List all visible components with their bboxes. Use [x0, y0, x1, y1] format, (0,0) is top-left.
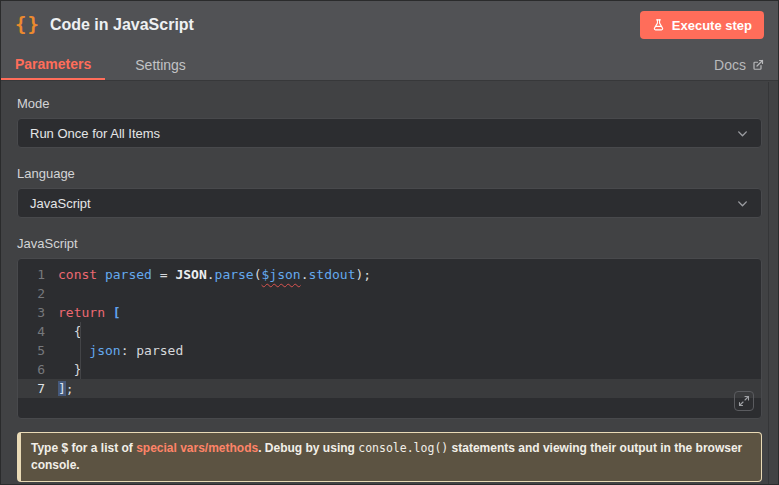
- code-line-content: }: [58, 360, 81, 379]
- parameters-pane: Mode Run Once for All Items Language Jav…: [1, 81, 778, 482]
- scrollbar-track[interactable]: [768, 82, 769, 484]
- code-line[interactable]: 7];: [18, 379, 761, 398]
- code-editor-label: JavaScript: [17, 236, 762, 251]
- indent-guide: [80, 322, 81, 341]
- line-number: 6: [18, 360, 58, 379]
- indent-guide: [80, 360, 81, 379]
- line-number: 3: [18, 303, 58, 322]
- execute-step-button[interactable]: Execute step: [640, 11, 764, 39]
- special-vars-link[interactable]: special vars/methods: [136, 441, 258, 455]
- code-field: JavaScript 1const parsed = JSON.parse($j…: [17, 236, 762, 419]
- code-node-icon: {}: [15, 13, 40, 35]
- language-selected-value: JavaScript: [30, 196, 91, 211]
- line-number: 7: [18, 379, 58, 398]
- mode-label: Mode: [17, 96, 762, 111]
- chevron-down-icon: [736, 127, 749, 140]
- chevron-down-icon: [736, 197, 749, 210]
- tab-parameters-label: Parameters: [15, 56, 91, 72]
- code-line[interactable]: 1const parsed = JSON.parse($json.stdout)…: [18, 265, 761, 284]
- code-line-content: const parsed = JSON.parse($json.stdout);: [58, 265, 371, 284]
- code-line-content: json: parsed: [58, 341, 183, 360]
- node-header: {} Code in JavaScript Execute step: [1, 1, 778, 49]
- mode-field: Mode Run Once for All Items: [17, 96, 762, 148]
- line-number: 1: [18, 265, 58, 284]
- language-field: Language JavaScript: [17, 166, 762, 218]
- tab-parameters[interactable]: Parameters: [1, 49, 105, 80]
- hint-notice: Type $ for a list of special vars/method…: [17, 432, 762, 482]
- language-label: Language: [17, 166, 762, 181]
- indent-guide: [80, 341, 81, 360]
- code-line[interactable]: 5 json: parsed: [18, 341, 761, 360]
- line-number: 2: [18, 284, 58, 303]
- code-line[interactable]: 2: [18, 284, 761, 303]
- hint-text-prefix: Type $ for a list of: [31, 441, 136, 455]
- code-line-content: return [: [58, 303, 121, 322]
- tab-settings-label: Settings: [135, 57, 186, 73]
- code-editor[interactable]: 1const parsed = JSON.parse($json.stdout)…: [17, 258, 762, 419]
- code-line[interactable]: 6 }: [18, 360, 761, 379]
- hint-code-snippet: console.log(): [358, 441, 448, 455]
- external-link-icon: [752, 59, 764, 71]
- node-title: Code in JavaScript: [50, 16, 194, 34]
- code-line[interactable]: 4 {: [18, 322, 761, 341]
- docs-label: Docs: [714, 57, 746, 73]
- popout-icon: [738, 395, 750, 407]
- code-node-settings-panel: {} Code in JavaScript Execute step Param…: [0, 0, 779, 485]
- docs-link[interactable]: Docs: [714, 49, 764, 80]
- open-in-editor-button[interactable]: [734, 391, 754, 411]
- tab-settings[interactable]: Settings: [133, 49, 188, 80]
- line-number: 5: [18, 341, 58, 360]
- mode-selected-value: Run Once for All Items: [30, 126, 160, 141]
- execute-step-label: Execute step: [672, 18, 752, 33]
- code-line-content: ];: [58, 379, 74, 398]
- language-select[interactable]: JavaScript: [17, 188, 762, 218]
- mode-select[interactable]: Run Once for All Items: [17, 118, 762, 148]
- tab-bar: Parameters Settings Docs: [1, 49, 778, 81]
- code-lines: 1const parsed = JSON.parse($json.stdout)…: [18, 265, 761, 398]
- flask-icon: [652, 18, 665, 32]
- code-line[interactable]: 3return [: [18, 303, 761, 322]
- line-number: 4: [18, 322, 58, 341]
- code-line-content: {: [58, 322, 81, 341]
- hint-text-middle: . Debug by using: [258, 441, 358, 455]
